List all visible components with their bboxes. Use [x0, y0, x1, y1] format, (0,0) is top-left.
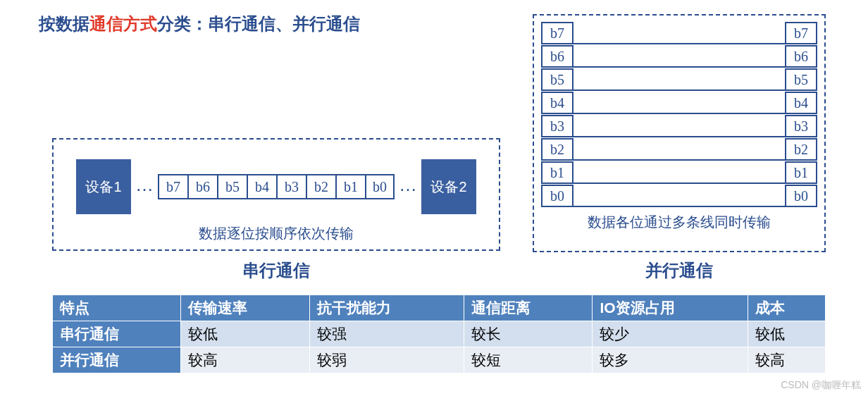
wire-icon: [574, 103, 785, 114]
bit-cell: b3: [785, 115, 817, 137]
parallel-line: b6b6: [541, 44, 817, 68]
bit-cell: b4: [541, 92, 574, 114]
title-red: 通信方式: [89, 14, 157, 33]
bit-cell: b7: [785, 22, 817, 44]
parallel-line: b5b5: [541, 68, 817, 91]
bit-cell: b3: [276, 174, 306, 199]
parallel-line: b3b3: [541, 114, 817, 137]
comparison-table: 特点 传输速率 抗干扰能力 通信距离 IO资源占用 成本 串行通信 较低 较强 …: [52, 295, 826, 373]
serial-diagram: 设备1 … b7 b6 b5 b4 b3 b2 b1 b0 … 设备2 数据逐位…: [52, 138, 500, 251]
parallel-lines: b7b7 b6b6 b5b5 b4b4 b3b3 b2b2 b1b1 b0b0: [541, 21, 817, 207]
bit-cell: b0: [365, 174, 395, 199]
table-cell: 较低: [181, 321, 309, 347]
table-cell: 较长: [464, 321, 592, 347]
bit-cell: b4: [247, 174, 276, 199]
serial-bits: b7 b6 b5 b4 b3 b2 b1 b0: [158, 174, 395, 199]
table-cell: 较弱: [309, 347, 464, 373]
bit-cell: b3: [541, 115, 574, 137]
serial-row: 设备1 … b7 b6 b5 b4 b3 b2 b1 b0 … 设备2: [54, 159, 499, 214]
serial-label: 串行通信: [52, 259, 500, 282]
watermark: CSDN @咖喱年糕: [781, 379, 861, 392]
title-post: 分类：串行通信、并行通信: [157, 14, 360, 33]
wire-icon: [574, 126, 785, 137]
wire-icon: [574, 196, 785, 207]
parallel-line: b7b7: [541, 21, 817, 44]
bit-cell: b5: [541, 68, 574, 91]
parallel-line: b0b0: [541, 184, 817, 207]
bit-cell: b6: [187, 174, 217, 199]
title-pre: 按数据: [39, 14, 89, 33]
table-header-row: 特点 传输速率 抗干扰能力 通信距离 IO资源占用 成本: [53, 295, 826, 321]
parallel-line: b2b2: [541, 137, 817, 161]
table-header: IO资源占用: [593, 295, 748, 321]
table-header: 成本: [748, 295, 826, 321]
bit-cell: b1: [335, 174, 365, 199]
bit-cell: b7: [541, 22, 574, 44]
table-cell: 较高: [181, 347, 309, 373]
page-title: 按数据通信方式分类：串行通信、并行通信: [39, 13, 360, 35]
bit-cell: b0: [785, 185, 817, 207]
bit-cell: b4: [785, 92, 817, 114]
table-cell: 较强: [309, 321, 464, 347]
table-header: 传输速率: [181, 295, 309, 321]
ellipsis-icon: …: [399, 174, 417, 200]
table-cell: 较短: [464, 347, 592, 373]
table-cell: 较低: [748, 321, 826, 347]
parallel-diagram: b7b7 b6b6 b5b5 b4b4 b3b3 b2b2 b1b1 b0b0 …: [533, 14, 826, 252]
parallel-caption: 数据各位通过多条线同时传输: [541, 213, 817, 232]
bit-cell: b0: [541, 185, 574, 207]
serial-caption: 数据逐位按顺序依次传输: [54, 224, 499, 243]
parallel-line: b4b4: [541, 91, 817, 114]
wire-icon: [574, 80, 785, 91]
bit-cell: b1: [785, 161, 817, 184]
parallel-label: 并行通信: [533, 259, 826, 282]
table-cell: 较多: [593, 347, 748, 373]
table-cell: 较少: [593, 321, 748, 347]
bit-cell: b2: [541, 138, 574, 161]
bit-cell: b6: [541, 45, 574, 68]
wire-icon: [574, 149, 785, 161]
wire-icon: [574, 33, 785, 44]
table-row: 并行通信 较高 较弱 较短 较多 较高: [53, 347, 826, 373]
device-1: 设备1: [76, 159, 131, 214]
wire-icon: [574, 173, 785, 184]
bit-cell: b2: [306, 174, 335, 199]
device-2: 设备2: [421, 159, 476, 214]
bit-cell: b7: [158, 174, 187, 199]
wire-icon: [574, 56, 785, 68]
table-header: 抗干扰能力: [309, 295, 464, 321]
row-name: 并行通信: [53, 347, 181, 373]
bit-cell: b6: [785, 45, 817, 68]
row-name: 串行通信: [53, 321, 181, 347]
parallel-line: b1b1: [541, 161, 817, 184]
table-cell: 较高: [748, 347, 826, 373]
bit-cell: b5: [217, 174, 247, 199]
bit-cell: b2: [785, 138, 817, 161]
table-header: 通信距离: [464, 295, 592, 321]
table-header: 特点: [53, 295, 181, 321]
table-row: 串行通信 较低 较强 较长 较少 较低: [53, 321, 826, 347]
bit-cell: b5: [785, 68, 817, 91]
ellipsis-icon: …: [135, 174, 154, 200]
bit-cell: b1: [541, 161, 574, 184]
